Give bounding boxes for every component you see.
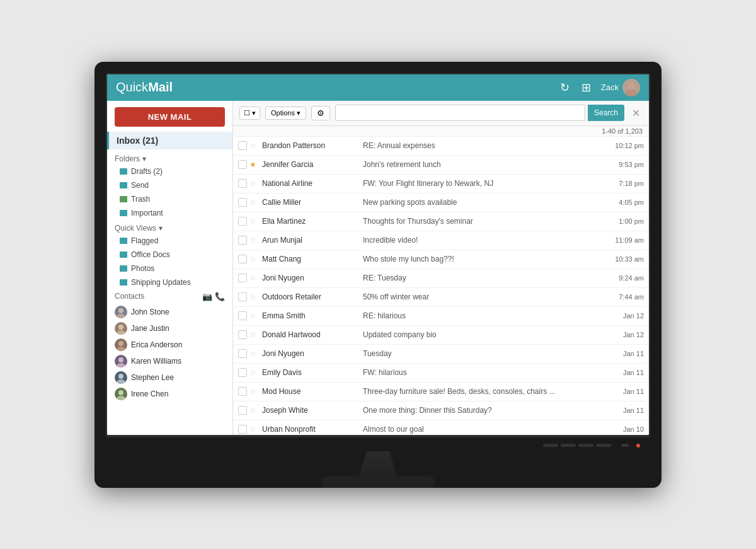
main-area: NEW MAIL Inbox (21) Folders ▾ Drafts (2)… xyxy=(107,101,649,435)
star-icon[interactable]: ☆ xyxy=(249,387,258,396)
close-icon[interactable]: ✕ xyxy=(629,107,643,119)
time: Jan 11 xyxy=(600,407,644,414)
star-icon[interactable]: ☆ xyxy=(249,274,258,282)
contact-stephen-lee[interactable]: Stephen Lee xyxy=(115,369,225,386)
table-row[interactable]: ☆ Emma Smith RE: hilarious Jan 12 xyxy=(233,307,649,326)
username: Zack xyxy=(601,83,619,92)
star-icon[interactable]: ☆ xyxy=(249,179,258,188)
monitor: QuickMail ↻ ⊞ Zack xyxy=(94,62,662,488)
row-checkbox[interactable] xyxy=(238,311,247,320)
video-icon[interactable]: 📷 xyxy=(202,292,212,301)
star-icon[interactable]: ☆ xyxy=(249,292,258,301)
star-icon[interactable]: ☆ xyxy=(249,198,258,207)
refresh-icon[interactable]: ↻ xyxy=(558,81,572,95)
star-icon[interactable]: ☆ xyxy=(249,255,258,263)
subject: One more thing: Dinner this Saturday? xyxy=(357,406,600,415)
table-row[interactable]: ☆ Joni Nyugen Tuesday Jan 11 xyxy=(233,345,649,364)
row-checkbox[interactable] xyxy=(238,292,247,301)
time: Jan 12 xyxy=(600,312,644,320)
folder-icon xyxy=(120,251,127,258)
table-row[interactable]: ☆ Arun Munjal Incredible video! 11:09 am xyxy=(233,231,649,250)
row-checkbox[interactable] xyxy=(238,425,247,434)
contact-jane-justin[interactable]: Jane Justin xyxy=(115,320,225,337)
row-checkbox[interactable] xyxy=(238,274,247,282)
avatar xyxy=(622,79,640,96)
contacts-header: Contacts 📷 📞 xyxy=(115,292,225,301)
time: Jan 11 xyxy=(600,388,644,395)
row-checkbox[interactable] xyxy=(238,236,247,245)
row-checkbox[interactable] xyxy=(238,217,247,226)
folder-send[interactable]: Send xyxy=(107,178,232,192)
search-button[interactable]: Search xyxy=(588,105,624,121)
contact-avatar xyxy=(115,355,127,367)
table-row[interactable]: ☆ National Airline FW: Your Flight Itine… xyxy=(233,175,649,194)
star-icon[interactable]: ☆ xyxy=(249,217,258,226)
table-row[interactable]: ☆ Urban Nonprofit Almost to our goal Jan… xyxy=(233,420,649,435)
svg-point-10 xyxy=(118,374,123,379)
contact-action-icons: 📷 📞 xyxy=(202,292,225,301)
contact-karen-williams[interactable]: Karen Williams xyxy=(115,353,225,369)
quick-views-header[interactable]: Quick Views ▾ xyxy=(107,220,232,234)
row-checkbox[interactable] xyxy=(238,198,247,207)
svg-point-5 xyxy=(117,330,125,335)
folder-trash[interactable]: Trash xyxy=(107,192,232,206)
row-checkbox[interactable] xyxy=(238,179,247,188)
table-row[interactable]: ☆ Outdoors Retailer 50% off winter wear … xyxy=(233,288,649,307)
table-row[interactable]: ☆ Ella Martinez Thoughts for Thursday's … xyxy=(233,212,649,231)
folder-drafts[interactable]: Drafts (2) xyxy=(107,165,232,178)
table-row[interactable]: ☆ Emily Davis FW: hilarious Jan 11 xyxy=(233,364,649,383)
select-checkbox-button[interactable]: ☐ ▾ xyxy=(239,107,260,120)
star-icon[interactable]: ☆ xyxy=(249,368,258,377)
sender: Emma Smith xyxy=(262,311,357,320)
table-row[interactable]: ★ Jennifer Garcia John's retirement lunc… xyxy=(233,156,649,175)
row-checkbox[interactable] xyxy=(238,255,247,263)
star-icon[interactable]: ☆ xyxy=(249,311,258,320)
quick-view-flagged[interactable]: Flagged xyxy=(107,234,232,248)
table-row[interactable]: ☆ Matt Chang Who stole my lunch bag??! 1… xyxy=(233,250,649,269)
star-icon[interactable]: ☆ xyxy=(249,236,258,245)
inbox-item[interactable]: Inbox (21) xyxy=(107,132,232,149)
new-mail-button[interactable]: NEW MAIL xyxy=(115,107,225,127)
contact-erica-anderson[interactable]: Erica Anderson xyxy=(115,337,225,353)
table-row[interactable]: ☆ Mod House Three-day furniture sale! Be… xyxy=(233,383,649,402)
search-input[interactable] xyxy=(335,105,585,121)
star-icon[interactable]: ★ xyxy=(249,160,258,169)
subject: RE: Tuesday xyxy=(357,274,600,282)
folder-important[interactable]: Important xyxy=(107,206,232,220)
row-checkbox[interactable] xyxy=(238,160,247,169)
contact-irene-chen[interactable]: Irene Chen xyxy=(115,386,225,402)
layout-icon[interactable]: ⊞ xyxy=(580,81,593,95)
row-checkbox[interactable] xyxy=(238,406,247,415)
folders-header[interactable]: Folders ▾ xyxy=(107,151,232,165)
subject: Incredible video! xyxy=(357,236,600,245)
star-icon[interactable]: ☆ xyxy=(249,141,258,150)
contact-john-stone[interactable]: John Stone xyxy=(115,304,225,320)
phone-icon[interactable]: 📞 xyxy=(215,292,225,301)
star-icon[interactable]: ☆ xyxy=(249,425,258,434)
row-checkbox[interactable] xyxy=(238,387,247,396)
row-checkbox[interactable] xyxy=(238,368,247,377)
table-row[interactable]: ☆ Callie Miller New parking spots availa… xyxy=(233,194,649,212)
table-row[interactable]: ☆ Donald Hartwood Updated company bio Ja… xyxy=(233,326,649,345)
options-button[interactable]: Options ▾ xyxy=(265,107,306,120)
row-checkbox[interactable] xyxy=(238,141,247,150)
folder-icon xyxy=(120,168,127,175)
settings-button[interactable]: ⚙ xyxy=(311,106,330,120)
table-row[interactable]: ☆ Brandon Patterson RE: Annual expenses … xyxy=(233,137,649,156)
contact-avatar xyxy=(115,338,127,351)
topbar: QuickMail ↻ ⊞ Zack xyxy=(107,74,649,101)
star-icon[interactable]: ☆ xyxy=(249,406,258,415)
time: 4:05 pm xyxy=(600,199,644,206)
sender: Ella Martinez xyxy=(262,217,357,226)
quick-view-shipping[interactable]: Shipping Updates xyxy=(107,275,232,289)
row-checkbox[interactable] xyxy=(238,330,247,339)
email-list: ☆ Brandon Patterson RE: Annual expenses … xyxy=(233,137,649,435)
row-checkbox[interactable] xyxy=(238,349,247,358)
star-icon[interactable]: ☆ xyxy=(249,349,258,358)
svg-point-8 xyxy=(118,357,123,362)
star-icon[interactable]: ☆ xyxy=(249,330,258,339)
table-row[interactable]: ☆ Joni Nyugen RE: Tuesday 9:24 am xyxy=(233,269,649,288)
quick-view-office-docs[interactable]: Office Docs xyxy=(107,248,232,262)
quick-view-photos[interactable]: Photos xyxy=(107,262,232,275)
table-row[interactable]: ☆ Joseph White One more thing: Dinner th… xyxy=(233,402,649,420)
